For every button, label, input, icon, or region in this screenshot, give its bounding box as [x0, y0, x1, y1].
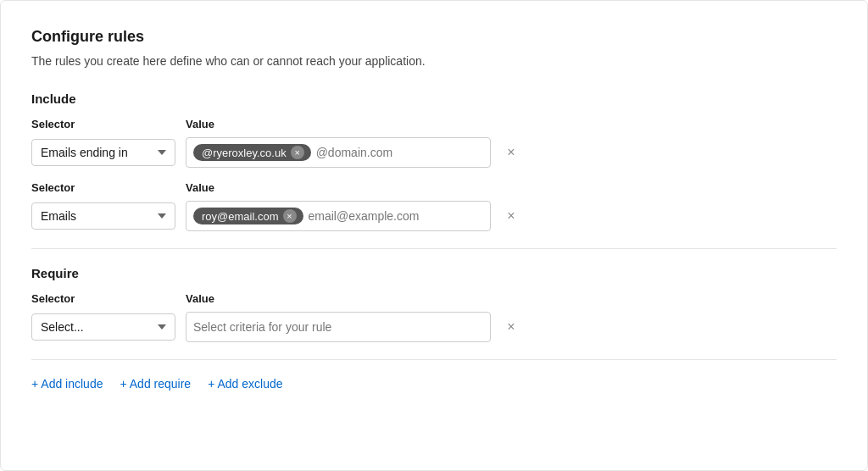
tag-text-1: @ryeroxley.co.uk — [202, 147, 287, 159]
selector-label-1: Selector — [31, 118, 175, 130]
actions-row: + Add include + Add require + Add exclud… — [31, 377, 837, 391]
value-label-2: Value — [186, 181, 214, 194]
selector-select-2[interactable]: Emails ending in Emails Country IP Range — [31, 202, 175, 230]
selector-select-1[interactable]: Emails ending in Emails Country IP Range — [31, 139, 175, 166]
selector-field-group-1: Emails ending in Emails Country IP Range — [31, 139, 175, 166]
value-field-group-1: @ryeroxley.co.uk × — [186, 137, 491, 168]
value-field-group-2: roy@email.com × — [186, 201, 491, 231]
require-row-labels: Selector Value — [31, 292, 837, 308]
section-divider — [31, 248, 837, 249]
value-text-input-1[interactable] — [316, 146, 483, 159]
require-value-text-input[interactable] — [193, 320, 483, 334]
selector-label-2: Selector — [31, 181, 175, 194]
require-value-input-area[interactable] — [186, 312, 491, 342]
include-row-labels-2: Selector Value — [31, 181, 837, 197]
tag-close-2[interactable]: × — [283, 209, 297, 223]
require-selector-select[interactable]: Select... Emails ending in Emails Countr… — [31, 313, 175, 341]
actions-divider — [31, 359, 837, 360]
tag-2: roy@email.com × — [193, 208, 303, 224]
include-section-title: Include — [31, 91, 837, 106]
tag-text-2: roy@email.com — [202, 210, 279, 223]
add-require-link[interactable]: + Add require — [120, 377, 191, 391]
require-section: Require Selector Value Select... Emails … — [31, 266, 837, 342]
value-input-area-1[interactable]: @ryeroxley.co.uk × — [186, 137, 491, 168]
add-exclude-link[interactable]: + Add exclude — [208, 377, 282, 391]
require-selector-label: Selector — [31, 292, 175, 305]
include-section: Include Selector Value Emails ending in … — [31, 91, 837, 231]
value-label-1: Value — [186, 118, 214, 130]
page-description: The rules you create here define who can… — [31, 54, 837, 68]
include-row-1: Emails ending in Emails Country IP Range… — [31, 137, 837, 168]
require-value-label: Value — [186, 292, 214, 305]
require-value-field-group — [186, 312, 491, 342]
include-row-2: Emails ending in Emails Country IP Range… — [31, 201, 837, 231]
tag-close-1[interactable]: × — [291, 146, 304, 159]
require-row-1: Select... Emails ending in Emails Countr… — [31, 312, 837, 342]
tag-1: @ryeroxley.co.uk × — [193, 144, 311, 161]
configure-rules-panel: Configure rules The rules you create her… — [0, 0, 868, 471]
remove-require-row-button[interactable]: × — [503, 319, 520, 335]
add-include-link[interactable]: + Add include — [31, 377, 103, 391]
selector-field-group-2: Emails ending in Emails Country IP Range — [31, 202, 175, 230]
include-row-labels-1: Selector Value — [31, 118, 837, 134]
require-selector-field-group: Select... Emails ending in Emails Countr… — [31, 313, 175, 341]
page-title: Configure rules — [31, 28, 837, 46]
require-section-title: Require — [31, 266, 837, 280]
value-text-input-2[interactable] — [309, 209, 484, 223]
value-input-area-2[interactable]: roy@email.com × — [186, 201, 491, 231]
remove-row-1-button[interactable]: × — [503, 144, 520, 161]
remove-row-2-button[interactable]: × — [503, 208, 520, 224]
